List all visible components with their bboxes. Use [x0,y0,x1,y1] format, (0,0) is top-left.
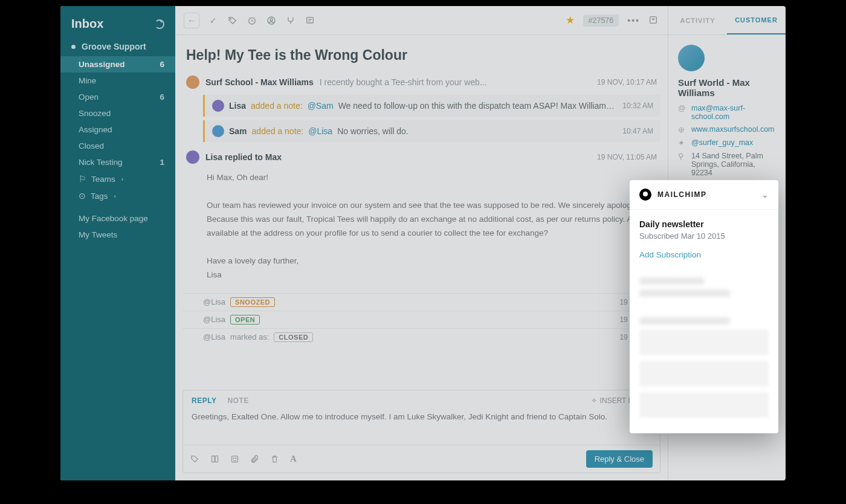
tab-customer[interactable]: CUSTOMER [727,6,786,34]
note-icon[interactable] [305,15,315,26]
nav-count: 6 [160,60,164,69]
status-badge: OPEN [230,315,260,325]
reply-line: Hi Max, Oh dear! [207,171,657,185]
sidebar-group[interactable]: Groove Support [60,37,175,56]
more-icon[interactable]: ••• [627,16,640,25]
chevron-right-icon: › [121,176,123,183]
blurred-content [639,317,730,325]
reply-and-close-button[interactable]: Reply & Close [586,450,653,468]
note-time: 10:32 AM [622,102,653,110]
toolbar: ← ✓ ★ #27576 ••• [175,6,668,35]
composer-trash-icon[interactable] [270,454,279,464]
composer-attach-icon[interactable] [250,454,259,464]
customer-twitter: @surfer_guy_max [691,138,753,147]
blurred-content [639,392,769,418]
check-icon[interactable]: ✓ [208,15,219,26]
conversation-pane: ← ✓ ★ #27576 ••• Help! My Tee is the Wro… [175,6,668,480]
customer-avatar [678,45,705,71]
teams-label: Teams [91,175,115,184]
back-button[interactable]: ← [184,13,199,28]
message-row[interactable]: Surf School - Max Williams I recently bo… [182,69,660,95]
group-label: Groove Support [82,42,146,51]
status-badge: CLOSED [274,332,313,342]
merge-icon[interactable] [285,15,296,26]
note-text: We need to follow-up on this with the di… [338,101,618,111]
customer-name: Surf World - Max Williams [678,77,776,98]
composer-tag-icon[interactable] [190,454,199,464]
customer-address-row: ⚲ 14 Sand Street, Palm Springs, Californ… [678,152,776,177]
composer-textarea[interactable]: Greetings, Exalted One. Allow me to intr… [183,409,660,445]
nav-mine[interactable]: Mine [60,73,175,89]
popup-title: MAILCHIMP [657,190,707,199]
thread: Surf School - Max Williams I recently bo… [175,69,668,381]
composer-tab-reply[interactable]: REPLY [192,396,216,405]
nav-closed[interactable]: Closed [60,138,175,154]
note-author: Sam [229,126,247,136]
nav-open[interactable]: Open 6 [60,89,175,105]
note-text: No worries, will do. [337,126,618,136]
customer-address: 14 Sand Street, Palm Springs, California… [691,152,776,177]
message-preview: I recently bought a Tee-shirt from your … [320,77,591,87]
nav-facebook[interactable]: My Facebook page [60,210,175,227]
internal-note[interactable]: Sam added a note: @Lisa No worries, will… [203,120,660,142]
status-event: @Lisa marked as: CLOSED 19 NOV, 11 [182,328,660,346]
customer-email-row[interactable]: @ max@max-surf-school.com [678,104,776,121]
status-event: @Lisa SNOOZED 19 NOV, 11 [182,293,660,311]
nav-teams[interactable]: ⚐ Teams › [60,170,175,187]
svg-point-3 [270,18,273,21]
pin-icon: ⚲ [678,152,686,161]
tag-icon[interactable] [227,15,238,26]
open-external-icon[interactable] [648,15,659,26]
message-time: 19 NOV, 10:17 AM [597,78,657,86]
composer-format-icon[interactable]: A [290,454,297,464]
popup-header[interactable]: MAILCHIMP ⌄ [630,180,778,210]
nav-nick-testing[interactable]: Nick Testing 1 [60,154,175,170]
ticket-title: Help! My Tee is the Wrong Colour [175,35,668,69]
assign-icon[interactable] [266,15,277,26]
internal-note[interactable]: Lisa added a note: @Sam We need to follo… [203,95,660,117]
tab-activity[interactable]: ACTIVITY [668,6,727,34]
customer-web-row[interactable]: ⊕ www.maxsurfschool.com [678,125,776,134]
note-mention: @Sam [308,101,334,111]
tags-icon: ⊙ [79,191,86,201]
nav-tags[interactable]: ⊙ Tags › [60,187,175,204]
nav-unassigned[interactable]: Unassigned 6 [60,56,175,73]
note-time: 10:47 AM [622,127,653,135]
inbox-title: Inbox [71,17,103,31]
composer-snippet-icon[interactable] [210,454,219,464]
star-icon[interactable]: ★ [566,14,575,27]
composer-tab-note[interactable]: NOTE [227,396,248,405]
customer-twitter-row[interactable]: ✦ @surfer_guy_max [678,138,776,147]
snooze-icon[interactable] [247,15,257,26]
nav-label: Snoozed [79,109,111,118]
tags-label: Tags [91,192,108,201]
mailchimp-popup: MAILCHIMP ⌄ Daily newsletter Subscribed … [630,180,778,433]
nav-assigned[interactable]: Assigned [60,121,175,138]
customer-email: max@max-surf-school.com [691,104,776,121]
blurred-content [639,361,769,386]
reply-line: Our team has reviewed your invoice on ou… [207,199,657,241]
nav-count: 6 [160,92,164,102]
nav-tweets[interactable]: My Tweets [60,227,175,243]
reply-body: Hi Max, Oh dear! Our team has reviewed y… [186,164,657,291]
subscription-list-name: Daily newsletter [639,219,769,229]
sidebar: Inbox Groove Support Unassigned 6 Mine O… [60,6,175,480]
nav-count: 1 [160,158,164,167]
nav-label: Open [79,92,98,102]
twitter-icon: ✦ [678,138,686,147]
svg-point-9 [233,458,234,459]
nav-label: Closed [79,141,104,150]
add-subscription-link[interactable]: Add Subscription [639,250,769,259]
message-sender: Surf School - Max Williams [205,77,314,87]
chevron-down-icon[interactable]: ⌄ [761,190,769,199]
at-icon: @ [678,104,686,112]
avatar [186,150,199,164]
composer-emoji-icon[interactable] [230,454,239,464]
status-event: @Lisa OPEN 19 NOV, 11 [182,311,660,328]
reply-time: 19 NOV, 11:05 AM [597,153,657,161]
mailchimp-logo-icon [639,189,651,201]
refresh-icon[interactable] [155,19,164,29]
nav-snoozed[interactable]: Snoozed [60,105,175,121]
status-badge: SNOOZED [230,297,275,307]
note-action: added a note: [251,101,303,111]
